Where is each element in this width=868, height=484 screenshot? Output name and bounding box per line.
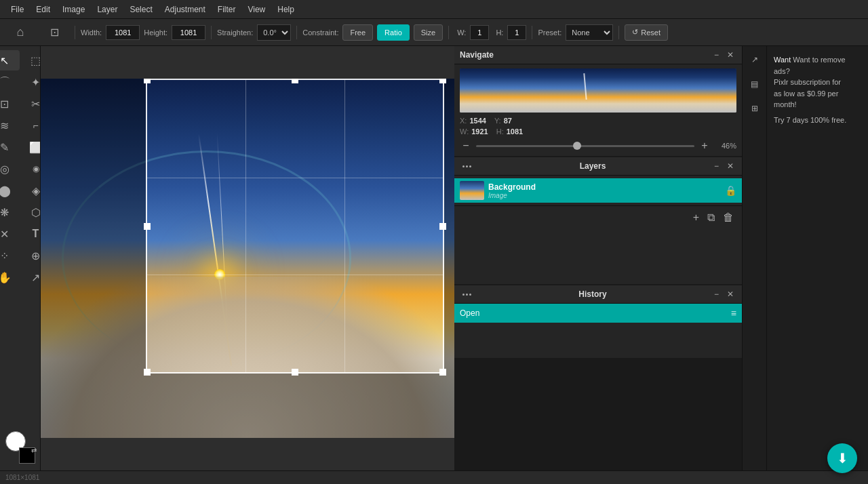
layer-thumbnail bbox=[460, 181, 484, 200]
width-label: Width: bbox=[81, 28, 102, 37]
eraser-tool[interactable]: ⬜ bbox=[21, 137, 41, 157]
eyedropper-tool[interactable]: ✦ bbox=[21, 72, 41, 92]
slice-tool[interactable]: ✂ bbox=[21, 94, 41, 114]
canvas[interactable] bbox=[41, 79, 454, 438]
crop-handle-tr[interactable] bbox=[439, 79, 446, 83]
history-close[interactable]: ✕ bbox=[724, 289, 736, 300]
navigate-close[interactable]: ✕ bbox=[724, 49, 736, 60]
delete-layer-button[interactable]: 🗑 bbox=[720, 210, 736, 225]
swap-colors[interactable]: ⇄ bbox=[31, 447, 37, 454]
transform-tool[interactable]: ⬡ bbox=[21, 202, 41, 222]
home-button[interactable]: ⌂ bbox=[5, 22, 35, 43]
reset-button[interactable]: ↺ Reset bbox=[625, 24, 668, 41]
height-input[interactable] bbox=[172, 25, 205, 40]
navigate-minimize[interactable]: − bbox=[711, 49, 722, 60]
canvas-area[interactable] bbox=[41, 46, 454, 470]
selection-tool[interactable]: ⬚ bbox=[21, 50, 41, 70]
add-layer-button[interactable]: + bbox=[690, 210, 702, 225]
ad-line2: Pixlr subscription for bbox=[774, 77, 861, 88]
free-button[interactable]: Free bbox=[342, 24, 373, 41]
nav-h-label: H: bbox=[496, 127, 504, 136]
duplicate-layer-button[interactable]: ⧉ bbox=[705, 210, 717, 225]
stamp-tool[interactable]: ✕ bbox=[0, 224, 20, 244]
arrow-tool-btn[interactable]: ↗ bbox=[745, 50, 764, 69]
crop-handle-ml[interactable] bbox=[144, 223, 151, 230]
zoom-out-button[interactable]: − bbox=[460, 140, 472, 152]
menu-view[interactable]: View bbox=[242, 3, 271, 16]
crop-handle-tl[interactable] bbox=[144, 79, 151, 83]
nav-w-value: 1921 bbox=[471, 127, 488, 136]
layer-lock-icon[interactable]: 🔒 bbox=[725, 185, 736, 196]
layers-title: Layers bbox=[580, 161, 606, 171]
layer-name: Background bbox=[488, 182, 721, 192]
zoom-in-button[interactable]: + bbox=[698, 140, 711, 152]
layer-thumb-img bbox=[460, 181, 484, 200]
brush-tool[interactable]: ⌐ bbox=[21, 115, 41, 136]
straighten-label: Straighten: bbox=[217, 28, 253, 37]
crop-handle-br[interactable] bbox=[439, 369, 446, 376]
w-label: W: bbox=[457, 28, 466, 37]
tool-group-hand: ✋ ↗ bbox=[0, 267, 41, 287]
crop-tool-button[interactable]: ⊡ bbox=[39, 22, 69, 43]
constraint-label: Constraint: bbox=[302, 28, 338, 37]
toolbar-separator-1 bbox=[75, 26, 75, 39]
w-input[interactable] bbox=[470, 25, 489, 40]
text-tool[interactable]: T bbox=[21, 224, 41, 244]
measure-tool[interactable]: ↗ bbox=[21, 267, 41, 287]
crop-handle-bl[interactable] bbox=[144, 369, 151, 376]
crop-box[interactable] bbox=[146, 79, 444, 374]
preset-dropdown[interactable]: None bbox=[566, 24, 613, 41]
crop-handle-mr[interactable] bbox=[439, 223, 446, 230]
menu-image[interactable]: Image bbox=[57, 3, 90, 16]
transform-btn[interactable]: ⊞ bbox=[745, 99, 764, 118]
layers-panel: Layers − ✕ Background bbox=[454, 157, 742, 284]
crop-handle-bc[interactable] bbox=[292, 369, 298, 376]
menu-help[interactable]: Help bbox=[272, 3, 300, 16]
healing-tool[interactable]: ≋ bbox=[0, 115, 20, 136]
move-tool[interactable]: ↖ bbox=[0, 50, 20, 70]
layers-panel-header: Layers − ✕ bbox=[454, 157, 742, 176]
menu-filter[interactable]: Filter bbox=[212, 3, 241, 16]
menu-select[interactable]: Select bbox=[124, 3, 157, 16]
width-input[interactable] bbox=[106, 25, 140, 40]
color-replace-tool[interactable]: ⁘ bbox=[0, 245, 20, 266]
smudge-tool[interactable]: ◉ bbox=[21, 159, 41, 179]
toolbar-separator-3 bbox=[296, 26, 297, 39]
crop-handle-tc[interactable] bbox=[292, 79, 298, 83]
layers-btn[interactable]: ▤ bbox=[745, 75, 764, 94]
preset-label: Preset: bbox=[538, 28, 561, 37]
dodge-tool[interactable]: ◈ bbox=[21, 180, 41, 201]
crop-tool[interactable]: ⊡ bbox=[0, 94, 20, 114]
layers-menu-button[interactable] bbox=[460, 164, 474, 169]
toolbar-separator-2 bbox=[211, 26, 212, 39]
dot2 bbox=[466, 294, 468, 296]
layer-background[interactable]: Background Image 🔒 bbox=[454, 178, 742, 203]
lasso-tool[interactable]: ⌒ bbox=[0, 72, 20, 92]
history-menu-button[interactable] bbox=[460, 292, 474, 297]
menu-edit[interactable]: Edit bbox=[31, 3, 56, 16]
liquify-tool[interactable]: ❋ bbox=[0, 202, 20, 222]
download-button[interactable]: ⬇ bbox=[827, 443, 857, 473]
history-minimize[interactable]: − bbox=[711, 289, 722, 300]
straighten-dropdown[interactable]: 0.0° bbox=[257, 24, 291, 41]
zoom-tool[interactable]: ⊕ bbox=[21, 245, 41, 266]
status-text: 1081×1081 bbox=[5, 474, 39, 481]
ratio-button[interactable]: Ratio bbox=[377, 24, 410, 41]
pencil-tool[interactable]: ✎ bbox=[0, 137, 20, 157]
history-item-open[interactable]: Open ≡ bbox=[454, 304, 742, 323]
clone-tool[interactable]: ◎ bbox=[0, 159, 20, 179]
h-input[interactable] bbox=[507, 25, 526, 40]
menu-adjustment[interactable]: Adjustment bbox=[159, 3, 211, 16]
layers-minimize[interactable]: − bbox=[711, 161, 722, 172]
reset-label: Reset bbox=[641, 28, 660, 37]
nav-y-label: Y: bbox=[494, 117, 501, 125]
zoom-slider[interactable] bbox=[476, 145, 694, 147]
layers-close[interactable]: ✕ bbox=[724, 161, 736, 172]
nav-y-value: 87 bbox=[504, 117, 512, 125]
size-button[interactable]: Size bbox=[414, 24, 443, 41]
nav-y: Y: 87 bbox=[494, 117, 512, 125]
burn-tool[interactable]: ⬤ bbox=[0, 180, 20, 201]
menu-file[interactable]: File bbox=[5, 3, 29, 16]
menu-layer[interactable]: Layer bbox=[92, 3, 123, 16]
hand-tool[interactable]: ✋ bbox=[0, 267, 20, 287]
